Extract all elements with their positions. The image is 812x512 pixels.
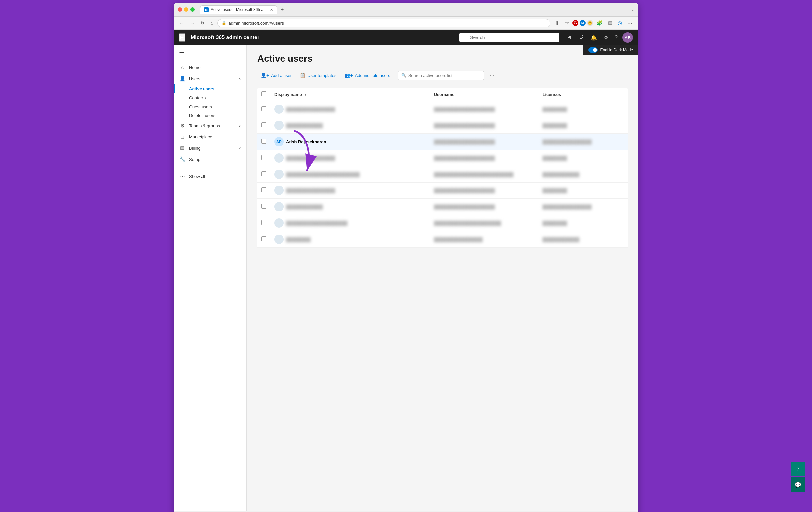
refresh-button[interactable]: ↻ <box>199 19 206 27</box>
more-options-button[interactable]: ⋯ <box>626 19 634 27</box>
select-all-checkbox[interactable] <box>261 91 266 96</box>
row-checkbox[interactable] <box>261 155 266 160</box>
sidebar-item-setup[interactable]: 🔧 Setup <box>174 154 246 165</box>
monitor-button[interactable]: 🖥 <box>564 33 574 42</box>
sidebar-item-teams-groups[interactable]: ⚙ Teams & groups ∨ <box>174 120 246 131</box>
traffic-light-red[interactable] <box>178 7 182 11</box>
row-checkbox[interactable] <box>261 187 266 192</box>
url-text: admin.microsoft.com/#/users <box>228 21 284 26</box>
sidebar-item-users[interactable]: 👤 Users ∧ <box>174 73 246 84</box>
sidebar-item-billing[interactable]: ▤ Billing ∨ <box>174 142 246 154</box>
guest-users-label: Guest users <box>189 104 212 109</box>
table-row[interactable]: AR Atish Rajasekharan ⋮ ████████████████… <box>257 134 628 150</box>
row-checkbox[interactable] <box>261 122 266 127</box>
browser-tab-bar: M Active users - Microsoft 365 a... ✕ + … <box>200 5 634 13</box>
hamburger-button[interactable]: ☰ <box>179 51 184 58</box>
app-search-input[interactable] <box>459 33 559 42</box>
user-avatar-button[interactable]: AR <box>622 32 633 43</box>
share-button[interactable]: ⬆ <box>553 19 561 27</box>
blurred-username: ██████████████████████████ <box>434 172 513 177</box>
more-options-button[interactable]: ⋯ <box>487 71 497 80</box>
extension-icon-red[interactable]: 🛡 <box>572 20 578 26</box>
browser-window: M Active users - Microsoft 365 a... ✕ + … <box>174 3 638 512</box>
tab-close-button[interactable]: ✕ <box>270 8 273 12</box>
row-checkbox[interactable] <box>261 139 266 144</box>
add-user-icon: 👤+ <box>261 73 269 78</box>
tab-chevron-icon: ⌄ <box>631 7 634 12</box>
users-table: Display name ↑ Username Licenses <box>257 88 628 247</box>
browser-toolbar-icons: ⬆ ☆ 🛡 M 😊 🧩 ▤ ◎ ⋯ <box>553 19 634 27</box>
table-row[interactable]: ████████████ ████████████████████ ██████… <box>257 117 628 134</box>
user-avatar: AR <box>274 137 284 146</box>
th-licenses[interactable]: Licenses <box>539 88 628 101</box>
th-username[interactable]: Username <box>430 88 539 101</box>
user-name-cell: ████████████████ <box>274 104 426 114</box>
floating-chat-button[interactable]: 💬 <box>791 478 805 492</box>
admin-button[interactable]: 🛡 <box>576 33 586 42</box>
table-row[interactable]: ████████████████ ████████████████████ ██… <box>257 150 628 166</box>
sidebar-item-guest-users[interactable]: Guest users <box>174 102 246 111</box>
table-row[interactable]: ████████ ████████████████ ████████████ <box>257 231 628 247</box>
bell-button[interactable]: 🔔 <box>588 33 599 42</box>
row-checkbox[interactable] <box>261 236 266 241</box>
show-all-label: Show all <box>189 174 241 179</box>
table-row[interactable]: ████████████████ ████████████████████ ██… <box>257 182 628 199</box>
sidebar-item-marketplace[interactable]: □ Marketplace <box>174 131 246 142</box>
blurred-licenses: ████████████████ <box>543 139 591 144</box>
row-checkbox[interactable] <box>261 220 266 225</box>
app-grid-button[interactable]: ⊞ <box>179 33 185 42</box>
tab-title: Active users - Microsoft 365 a... <box>211 7 267 12</box>
traffic-light-yellow[interactable] <box>184 7 188 11</box>
add-user-button[interactable]: 👤+ Add a user <box>257 71 295 80</box>
add-multiple-users-button[interactable]: 👥+ Add multiple users <box>341 71 394 80</box>
profile-circle-button[interactable]: ◎ <box>616 19 624 27</box>
browser-tab-active[interactable]: M Active users - Microsoft 365 a... ✕ <box>200 5 277 13</box>
blurred-username: ████████████████████ <box>434 204 495 209</box>
table-row[interactable]: ████████████ ████████████████████ ██████… <box>257 199 628 215</box>
extensions-button[interactable]: 🧩 <box>594 19 605 27</box>
th-display-name[interactable]: Display name ↑ <box>270 88 430 101</box>
row-checkbox[interactable] <box>261 106 266 111</box>
row-checkbox[interactable] <box>261 171 266 176</box>
blurred-username: ████████████████████ <box>434 123 495 128</box>
floating-help-button[interactable]: ? <box>791 461 805 476</box>
user-avatar <box>274 186 284 195</box>
blurred-username: ████████████████████ <box>434 107 495 112</box>
traffic-light-green[interactable] <box>190 7 195 11</box>
dark-mode-toggle[interactable] <box>588 48 598 53</box>
user-search-box: 🔍 <box>398 71 484 80</box>
row-checkbox[interactable] <box>261 204 266 209</box>
address-bar[interactable]: 🔒 admin.microsoft.com/#/users <box>218 19 550 27</box>
help-button[interactable]: ? <box>613 33 620 42</box>
extension-icon-face[interactable]: 😊 <box>587 20 593 26</box>
sidebar-button[interactable]: ▤ <box>606 19 614 27</box>
sidebar-item-deleted-users[interactable]: Deleted users <box>174 111 246 120</box>
back-button[interactable]: ← <box>178 19 185 27</box>
sidebar-item-contacts[interactable]: Contacts <box>174 93 246 102</box>
browser-addressbar: ← → ↻ ⌂ 🔒 admin.microsoft.com/#/users ⬆ … <box>174 17 638 30</box>
sidebar-item-home[interactable]: ⌂ Home <box>174 62 246 73</box>
user-templates-button[interactable]: 📋 User templates <box>296 71 340 80</box>
settings-button[interactable]: ⚙ <box>602 33 610 42</box>
blurred-username: ████████████████████ <box>434 139 495 144</box>
sidebar-item-active-users[interactable]: Active users <box>174 84 246 93</box>
table-row[interactable]: ████████████████████████ ███████████████… <box>257 166 628 182</box>
home-button[interactable]: ⌂ <box>209 19 215 27</box>
user-templates-label: User templates <box>308 73 336 78</box>
add-multiple-icon: 👥+ <box>344 73 353 78</box>
blurred-licenses: ████████████ <box>543 172 579 177</box>
blurred-username: ████████████████ <box>434 237 483 242</box>
search-active-users-input[interactable] <box>408 73 481 78</box>
table-body: ████████████████ ████████████████████ ██… <box>257 101 628 247</box>
sidebar-item-show-all[interactable]: ⋯ Show all <box>174 171 246 182</box>
extension-icon-blue[interactable]: M <box>580 20 586 26</box>
table-row[interactable]: ████████████████████ ███████████████████… <box>257 215 628 231</box>
bookmark-button[interactable]: ☆ <box>563 19 571 27</box>
header-actions: 🖥 🛡 🔔 ⚙ ? AR <box>564 32 633 43</box>
forward-button[interactable]: → <box>188 19 196 27</box>
table-row[interactable]: ████████████████ ████████████████████ ██… <box>257 101 628 117</box>
new-tab-button[interactable]: + <box>279 7 286 12</box>
blurred-username: ████████████████████ <box>434 156 495 160</box>
blurred-username: ██████████████████████ <box>434 221 501 225</box>
user-name-cell: ████████████ <box>274 202 426 211</box>
